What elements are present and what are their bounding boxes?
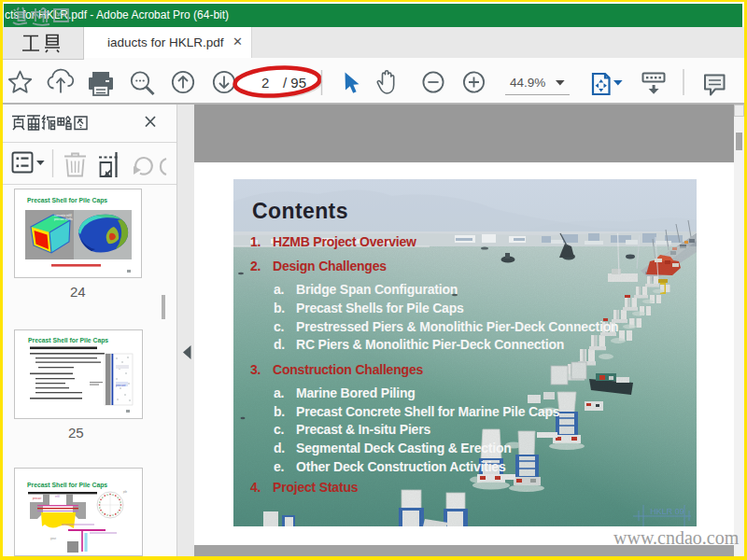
svg-text:precast: precast — [116, 384, 126, 387]
svg-text:infill: infill — [55, 495, 60, 498]
svg-text:Precast Shell for Pile Caps: Precast Shell for Pile Caps — [28, 337, 108, 344]
svg-text:44.9%: 44.9% — [510, 76, 545, 90]
svg-text:/ 95: / 95 — [283, 75, 306, 91]
svg-text:2: 2 — [261, 75, 269, 91]
svg-text:Precast Shell for Pile Caps: Precast Shell for Pile Caps — [27, 197, 107, 204]
svg-text:precast shells: precast shells — [54, 217, 73, 221]
svg-text:Precast Shell for Pile Caps: Precast Shell for Pile Caps — [27, 482, 107, 489]
svg-text:precast: precast — [33, 497, 41, 500]
svg-text:grout: grout — [50, 537, 56, 540]
svg-text:pile: pile — [123, 490, 128, 494]
